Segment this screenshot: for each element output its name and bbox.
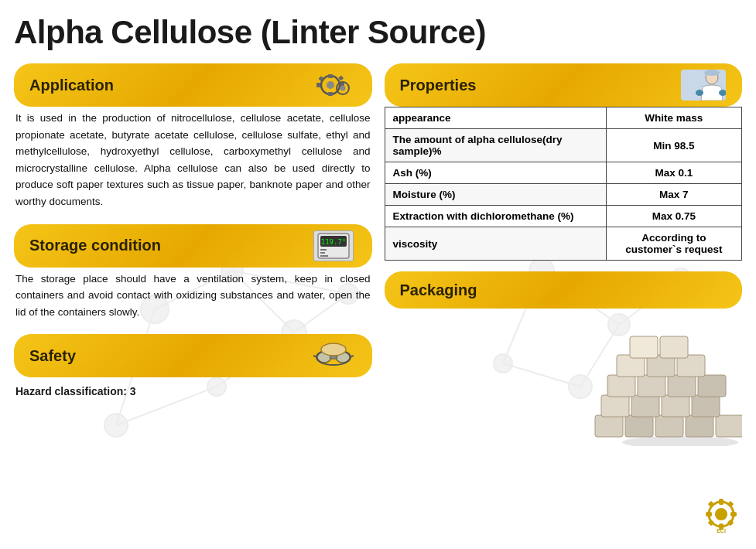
packaging-image	[385, 309, 743, 446]
svg-point-48	[696, 90, 703, 96]
packaging-section: Packaging	[385, 271, 743, 446]
company-logo: ECI	[700, 493, 742, 535]
svg-point-73	[715, 508, 727, 520]
svg-text:ECI: ECI	[717, 528, 726, 534]
left-column: Application	[14, 63, 372, 446]
svg-rect-74	[719, 499, 724, 505]
svg-rect-61	[607, 375, 635, 397]
property-value: White mass	[606, 107, 741, 129]
svg-rect-79	[727, 501, 734, 507]
svg-rect-60	[692, 395, 720, 417]
svg-rect-76	[706, 512, 712, 517]
svg-rect-26	[328, 92, 333, 96]
safety-section: Safety	[14, 334, 372, 401]
packaging-title: Packaging	[400, 281, 477, 299]
table-row: appearanceWhite mass	[385, 107, 742, 129]
packaging-header: Packaging	[385, 271, 743, 309]
svg-rect-68	[630, 336, 658, 358]
property-value: According to customer`s request	[606, 227, 741, 261]
table-row: Moisture (%)Max 7	[385, 184, 742, 206]
storage-header: Storage condition 119.7°	[14, 224, 372, 268]
storage-section: Storage condition 119.7°	[14, 224, 372, 324]
lab-worker-icon	[680, 70, 727, 101]
svg-point-51	[622, 436, 738, 446]
application-header: Application	[14, 63, 372, 107]
hazard-classification: Hazard classification: 3	[14, 382, 372, 401]
svg-rect-59	[662, 395, 689, 417]
properties-table: appearanceWhite massThe amount of alpha …	[385, 107, 743, 261]
safety-header: Safety	[14, 334, 372, 377]
svg-point-24	[327, 81, 334, 89]
svg-point-32	[340, 86, 345, 91]
svg-rect-55	[686, 415, 713, 437]
property-name: Ash (%)	[385, 162, 606, 184]
safety-goggles-icon	[310, 340, 357, 371]
logo-area: ECI	[700, 493, 742, 538]
table-row: Ash (%)Max 0.1	[385, 162, 742, 184]
page-title: Alpha Cellulose (Linter Source)	[14, 14, 742, 51]
svg-text:119.7°: 119.7°	[320, 238, 346, 246]
svg-rect-54	[655, 415, 683, 437]
svg-rect-25	[328, 74, 333, 78]
properties-header: Properties	[385, 63, 743, 107]
table-row: The amount of alpha cellulose(dry sample…	[385, 129, 742, 162]
page-wrapper: Alpha Cellulose (Linter Source) Applicat…	[0, 0, 756, 549]
storage-title: Storage condition	[29, 237, 161, 254]
svg-rect-77	[730, 512, 737, 517]
svg-rect-63	[668, 375, 696, 397]
content-grid: Application	[14, 63, 742, 446]
application-body: It is used in the production of nitrocel…	[14, 107, 372, 213]
property-name: The amount of alpha cellulose(dry sample…	[385, 129, 606, 162]
table-row: Extraction with dichloromethane (%)Max 0…	[385, 206, 742, 227]
storage-icon: 119.7°	[310, 230, 357, 261]
svg-rect-53	[625, 415, 653, 437]
property-name: viscosity	[385, 227, 606, 261]
bags-svg	[580, 315, 742, 446]
application-title: Application	[29, 77, 114, 94]
svg-point-45	[321, 343, 346, 356]
property-value: Max 0.1	[606, 162, 741, 184]
application-section: Application	[14, 63, 372, 213]
storage-body: The storage place should have a ventilat…	[14, 268, 372, 324]
table-row: viscosityAccording to customer`s request	[385, 227, 742, 261]
svg-point-50	[704, 70, 720, 76]
svg-rect-57	[601, 395, 629, 417]
property-name: Extraction with dichloromethane (%)	[385, 206, 606, 227]
property-name: appearance	[385, 107, 606, 129]
property-name: Moisture (%)	[385, 184, 606, 206]
properties-title: Properties	[400, 77, 477, 94]
svg-rect-52	[595, 415, 623, 437]
property-value: Min 98.5	[606, 129, 741, 162]
svg-rect-62	[638, 375, 665, 397]
svg-rect-58	[631, 395, 659, 417]
thermometer-icon: 119.7°	[313, 230, 354, 261]
svg-rect-78	[708, 501, 714, 507]
application-icon	[310, 70, 357, 101]
svg-rect-27	[316, 83, 320, 87]
property-value: Max 0.75	[606, 206, 741, 227]
property-value: Max 7	[606, 184, 741, 206]
svg-rect-69	[660, 336, 688, 358]
svg-rect-64	[698, 375, 726, 397]
safety-title: Safety	[29, 347, 76, 365]
right-column: Properties	[385, 63, 743, 446]
properties-section: Properties	[385, 63, 743, 261]
svg-rect-56	[716, 415, 742, 437]
